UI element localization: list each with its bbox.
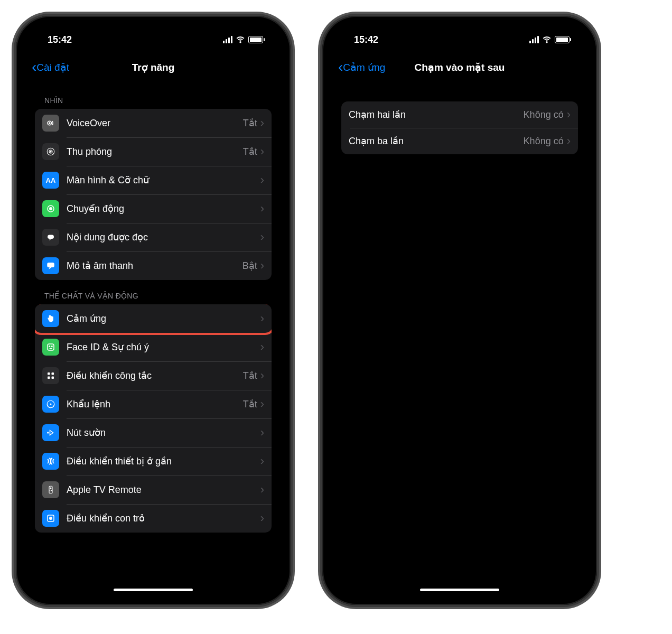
phone-left: 15:42 ‹ Cài đặt Trợ năng NHÌNVoiceOverTắ… (16, 16, 291, 605)
cellular-icon (529, 36, 539, 43)
aa-icon: AA (42, 172, 59, 189)
row-label: Nút sườn (67, 427, 260, 439)
svg-point-25 (50, 517, 52, 520)
chevron-right-icon: › (260, 512, 264, 524)
row-double-tap[interactable]: Chạm hai lầnKhông có› (341, 101, 578, 128)
nav-bar: ‹ Cảm ứng Chạm vào mặt sau (332, 54, 587, 80)
content-right[interactable]: Chạm hai lầnKhông có›Chạm ba lầnKhông có… (332, 80, 587, 595)
page-title: Trợ năng (132, 61, 175, 73)
svg-point-18 (50, 404, 52, 405)
home-indicator[interactable] (420, 589, 499, 591)
row-voiceover[interactable]: VoiceOverTắt› (35, 109, 272, 137)
row-label: Cảm ứng (67, 313, 260, 324)
row-label: Điều khiển con trỏ (67, 512, 260, 524)
back-button[interactable]: ‹ Cảm ứng (338, 60, 385, 74)
chevron-right-icon: › (260, 203, 264, 215)
row-label: Apple TV Remote (67, 484, 260, 496)
row-value: Tắt (243, 370, 257, 381)
svg-point-21 (50, 488, 52, 489)
chevron-right-icon: › (260, 117, 264, 129)
face-icon (42, 339, 59, 356)
cellular-icon (223, 36, 232, 43)
row-zoom[interactable]: Thu phóngTắt› (35, 137, 272, 166)
row-label: Thu phóng (67, 146, 243, 157)
back-label: Cài đặt (36, 61, 69, 73)
row-value: Không có (524, 136, 564, 147)
svg-rect-10 (48, 344, 54, 350)
side-icon (42, 424, 59, 441)
nav-bar: ‹ Cài đặt Trợ năng (25, 54, 281, 80)
row-faceid[interactable]: Face ID & Sự chú ý› (35, 333, 272, 361)
row-label: Điều khiển thiết bị ở gần (67, 455, 260, 467)
remote-icon (42, 481, 59, 498)
svg-point-26 (546, 42, 547, 43)
svg-rect-15 (48, 377, 50, 379)
row-spoken-content[interactable]: Nội dung được đọc› (35, 223, 272, 251)
mic-icon (42, 396, 59, 413)
row-label: Mô tả âm thanh (67, 260, 242, 272)
row-display-text[interactable]: AAMàn hình & Cỡ chữ› (35, 166, 272, 194)
speech-icon (42, 229, 59, 246)
wifi-icon (542, 35, 552, 44)
notch (412, 25, 507, 42)
row-label: Face ID & Sự chú ý (67, 341, 260, 353)
row-label: Màn hình & Cỡ chữ (67, 174, 260, 186)
status-time: 15:42 (354, 34, 378, 45)
settings-list: VoiceOverTắt›Thu phóngTắt›AAMàn hình & C… (35, 109, 272, 280)
section-header: THỂ CHẤT VÀ VẬN ĐỘNG (35, 280, 272, 304)
svg-rect-14 (52, 372, 54, 375)
row-nearby-control[interactable]: Điều khiển thiết bị ở gần› (35, 447, 272, 476)
row-value: Tắt (243, 117, 257, 129)
motion-icon (42, 200, 59, 217)
waves-icon (42, 453, 59, 470)
row-label: VoiceOver (67, 118, 243, 129)
row-value: Tắt (243, 398, 257, 410)
svg-point-22 (50, 490, 51, 491)
chevron-right-icon: › (260, 484, 264, 496)
row-label: Chuyển động (67, 203, 260, 215)
chevron-right-icon: › (260, 427, 264, 439)
chevron-right-icon: › (567, 109, 571, 120)
svg-point-7 (50, 208, 52, 210)
chevron-right-icon: › (260, 455, 264, 467)
status-indicators (529, 35, 570, 44)
battery-icon (555, 36, 570, 43)
row-voice-control[interactable]: Khẩu lệnhTắt› (35, 390, 272, 418)
row-switch-control[interactable]: Điều khiển công tắcTắt› (35, 361, 272, 390)
row-value: Bật (242, 260, 257, 272)
svg-point-5 (50, 151, 51, 152)
row-apple-tv[interactable]: Apple TV Remote› (35, 476, 272, 504)
pointer-icon (42, 510, 59, 527)
row-pointer-control[interactable]: Điều khiển con trỏ› (35, 504, 272, 533)
row-value: Tắt (243, 146, 257, 157)
svg-rect-16 (52, 377, 54, 379)
row-motion[interactable]: Chuyển động› (35, 194, 272, 223)
chevron-left-icon: ‹ (338, 60, 343, 74)
home-indicator[interactable] (114, 589, 193, 591)
row-touch[interactable]: Cảm ứng› (35, 304, 272, 333)
chevron-right-icon: › (260, 146, 264, 157)
grid-icon (42, 367, 59, 384)
bubble-icon (42, 257, 59, 274)
svg-point-12 (52, 346, 53, 347)
back-button[interactable]: ‹ Cài đặt (32, 60, 69, 74)
hand-icon (42, 310, 59, 327)
chevron-right-icon: › (260, 174, 264, 186)
list-back-tap: Chạm hai lầnKhông có›Chạm ba lầnKhông có… (341, 101, 578, 154)
svg-rect-13 (48, 372, 50, 375)
content-left[interactable]: NHÌNVoiceOverTắt›Thu phóngTắt›AAMàn hình… (25, 80, 281, 595)
row-value: Không có (524, 109, 564, 120)
back-label: Cảm ứng (343, 61, 385, 73)
row-side-button[interactable]: Nút sườn› (35, 418, 272, 447)
row-label: Chạm hai lần (349, 109, 524, 120)
row-triple-tap[interactable]: Chạm ba lầnKhông có› (341, 128, 578, 154)
chevron-right-icon: › (260, 313, 264, 324)
row-audio-desc[interactable]: Mô tả âm thanhBật› (35, 251, 272, 280)
chevron-right-icon: › (260, 398, 264, 410)
battery-icon (248, 36, 263, 43)
screen-left: 15:42 ‹ Cài đặt Trợ năng NHÌNVoiceOverTắ… (25, 25, 281, 595)
svg-rect-8 (48, 235, 54, 239)
chevron-right-icon: › (260, 260, 264, 272)
row-label: Khẩu lệnh (67, 398, 243, 410)
chevron-right-icon: › (260, 370, 264, 381)
